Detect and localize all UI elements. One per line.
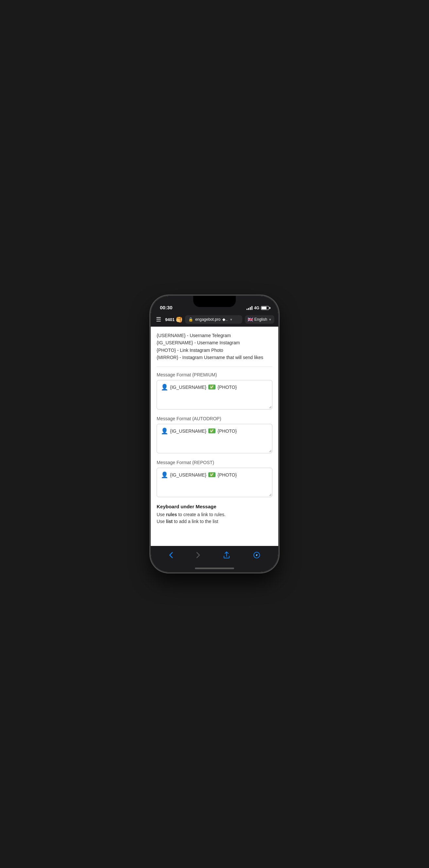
ig-username-premium: {IG_USERNAME}	[170, 384, 206, 390]
check-badge-premium: ✅	[208, 384, 216, 390]
language-badge[interactable]: 🇬🇧 English ▼	[245, 315, 274, 324]
signal-bars	[246, 306, 253, 310]
battery-fill	[262, 307, 266, 309]
variables-info: {USERNAME} - Username Telegram {IG_USERN…	[157, 332, 272, 361]
check-badge-autodrop: ✅	[208, 428, 216, 433]
photo-autodrop: {PHOTO}	[218, 428, 237, 434]
bottom-bar	[151, 546, 278, 564]
user-icon-premium: 👤	[161, 383, 168, 391]
phone-frame: 00:30 4G ☰ 9401 🥞 🔒 engagebot.pro ◆	[151, 296, 278, 572]
user-icon-repost: 👤	[161, 471, 168, 478]
photo-repost: {PHOTO}	[218, 472, 237, 477]
premium-section: Message Format (PREMIUM) 👤 {IG_USERNAME}…	[157, 372, 272, 409]
lock-icon: 🔒	[188, 317, 193, 322]
url-dropdown-arrow: ▼	[230, 318, 233, 321]
hamburger-button[interactable]: ☰	[155, 314, 163, 324]
coin-count: 9401	[165, 317, 175, 322]
repost-textarea[interactable]: 👤 {IG_USERNAME} ✅ {PHOTO} ◢	[157, 468, 272, 497]
home-indicator	[151, 564, 278, 572]
status-time: 00:30	[160, 305, 172, 310]
notch	[193, 296, 236, 307]
flag-icon: 🇬🇧	[248, 317, 253, 322]
browser-bar: ☰ 9401 🥞 🔒 engagebot.pro ◆.. ▼ 🇬🇧 Englis…	[151, 312, 278, 327]
content-area: {USERNAME} - Username Telegram {IG_USERN…	[151, 327, 278, 546]
url-text: engagebot.pro	[195, 317, 220, 322]
repost-label: Message Format (REPOST)	[157, 460, 272, 465]
ig-username-repost: {IG_USERNAME}	[170, 472, 206, 477]
keyboard-desc-2: Use list to add a link to the list	[157, 518, 272, 525]
resize-handle-repost: ◢	[269, 493, 271, 496]
back-button[interactable]	[166, 549, 175, 561]
status-icons: 4G	[246, 306, 269, 310]
keyboard-section: Keyboard under Message Use rules to crea…	[157, 504, 272, 525]
coin-icon: 🥞	[176, 316, 183, 323]
coin-badge: 9401 🥞	[165, 316, 183, 323]
url-bar[interactable]: 🔒 engagebot.pro ◆.. ▼	[185, 315, 242, 324]
repost-section: Message Format (REPOST) 👤 {IG_USERNAME} …	[157, 460, 272, 497]
keyboard-desc-1: Use rules to create a link to rules.	[157, 511, 272, 518]
svg-point-1	[256, 555, 257, 556]
var-line-2: {IG_USERNAME} - Username Instagram	[157, 339, 272, 346]
premium-textarea[interactable]: 👤 {IG_USERNAME} ✅ {PHOTO} ◢	[157, 380, 272, 409]
language-text: English	[254, 317, 267, 322]
resize-handle-autodrop: ◢	[269, 449, 271, 452]
home-bar	[195, 567, 234, 569]
autodrop-content: 👤 {IG_USERNAME} ✅ {PHOTO}	[161, 428, 237, 435]
share-button[interactable]	[221, 549, 232, 561]
autodrop-section: Message Format (AUTODROP) 👤 {IG_USERNAME…	[157, 416, 272, 453]
photo-premium: {PHOTO}	[218, 384, 237, 390]
compass-button[interactable]	[251, 549, 263, 561]
var-line-4: {MIRROR} - Instagram Username that will …	[157, 354, 272, 361]
premium-content: 👤 {IG_USERNAME} ✅ {PHOTO}	[161, 383, 237, 391]
section-divider	[157, 367, 272, 367]
check-badge-repost: ✅	[208, 472, 216, 477]
network-label: 4G	[254, 306, 259, 310]
autodrop-textarea[interactable]: 👤 {IG_USERNAME} ✅ {PHOTO} ◢	[157, 424, 272, 453]
site-label: ◆..	[222, 317, 228, 322]
autodrop-label: Message Format (AUTODROP)	[157, 416, 272, 421]
var-line-1: {USERNAME} - Username Telegram	[157, 332, 272, 339]
forward-button[interactable]	[194, 549, 203, 561]
lang-dropdown-arrow: ▼	[268, 318, 272, 321]
premium-label: Message Format (PREMIUM)	[157, 372, 272, 377]
battery-icon	[261, 306, 269, 310]
resize-handle-premium: ◢	[269, 405, 271, 408]
keyboard-title: Keyboard under Message	[157, 504, 272, 509]
user-icon-autodrop: 👤	[161, 428, 168, 435]
repost-content: 👤 {IG_USERNAME} ✅ {PHOTO}	[161, 471, 237, 478]
var-line-3: {PHOTO} - Link Instagram Photo	[157, 347, 272, 354]
ig-username-autodrop: {IG_USERNAME}	[170, 428, 206, 434]
phone-screen: 00:30 4G ☰ 9401 🥞 🔒 engagebot.pro ◆	[151, 296, 278, 572]
